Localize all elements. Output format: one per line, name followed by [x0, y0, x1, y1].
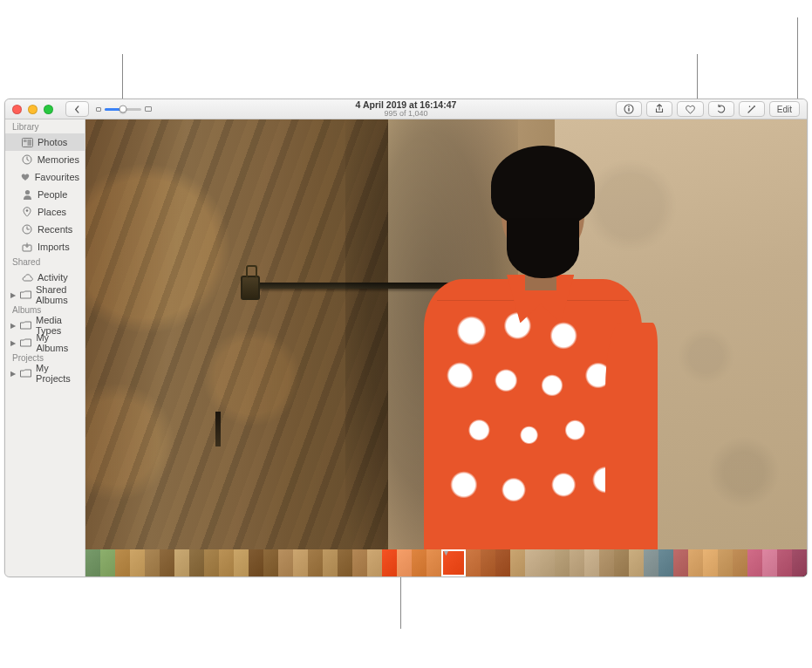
info-button[interactable] — [616, 101, 642, 117]
fullscreen-window-button[interactable] — [44, 105, 53, 114]
filmstrip-thumb[interactable] — [673, 549, 688, 576]
filmstrip-thumb[interactable] — [367, 549, 382, 576]
filmstrip-thumb[interactable] — [189, 549, 204, 576]
photo-counter: 995 of 1,040 — [356, 110, 457, 118]
filmstrip-thumb[interactable] — [481, 549, 495, 576]
filmstrip-thumb[interactable] — [510, 549, 525, 576]
filmstrip-thumb[interactable] — [352, 549, 367, 576]
sidebar: Library Photos Memories Favourites Peopl… — [5, 119, 85, 576]
auto-enhance-button[interactable] — [739, 101, 765, 117]
svg-rect-5 — [27, 140, 31, 146]
sidebar-item-label: Shared Albums — [36, 284, 79, 305]
edit-button[interactable]: Edit — [769, 101, 800, 117]
filmstrip-thumb[interactable] — [629, 549, 644, 576]
sidebar-item-photos[interactable]: Photos — [5, 133, 85, 151]
filmstrip-thumb[interactable] — [115, 549, 130, 576]
filmstrip-thumb[interactable] — [160, 549, 174, 576]
sidebar-item-my-projects[interactable]: ▶ My Projects — [5, 365, 85, 382]
sidebar-item-places[interactable]: Places — [5, 203, 85, 221]
cloud-icon — [21, 271, 33, 283]
photo-viewer[interactable] — [85, 119, 807, 549]
filmstrip-thumb[interactable] — [792, 549, 807, 576]
filmstrip-thumb[interactable] — [263, 549, 278, 576]
filmstrip-thumb[interactable] — [703, 549, 718, 576]
sidebar-item-recents[interactable]: Recents — [5, 221, 85, 238]
filmstrip-thumb[interactable] — [338, 549, 352, 576]
filmstrip-thumb[interactable] — [658, 549, 673, 576]
filmstrip-thumb[interactable] — [397, 549, 412, 576]
filmstrip-thumb[interactable] — [145, 549, 160, 576]
filmstrip-thumb[interactable] — [555, 549, 570, 576]
filmstrip-thumb[interactable] — [599, 549, 614, 576]
filmstrip-thumb[interactable] — [382, 549, 397, 576]
filmstrip-thumb[interactable] — [412, 549, 426, 576]
sidebar-item-label: Favourites — [35, 172, 79, 182]
filmstrip-thumb[interactable] — [426, 549, 441, 576]
sidebar-item-imports[interactable]: Imports — [5, 238, 85, 256]
titlebar: 4 April 2019 at 16:14:47 995 of 1,040 Ed… — [5, 99, 807, 119]
filmstrip-thumb[interactable] — [584, 549, 599, 576]
svg-rect-4 — [24, 140, 27, 142]
sidebar-item-people[interactable]: People — [5, 186, 85, 203]
sidebar-item-label: People — [38, 189, 67, 200]
back-button[interactable] — [65, 101, 89, 117]
places-icon — [21, 206, 33, 218]
disclosure-triangle-icon[interactable]: ▶ — [10, 291, 16, 299]
callout-line — [400, 576, 401, 629]
minimize-window-button[interactable] — [28, 105, 38, 114]
sidebar-item-activity[interactable]: Activity — [5, 269, 85, 286]
filmstrip-thumb[interactable] — [174, 549, 189, 576]
svg-point-1 — [628, 106, 630, 108]
filmstrip-thumb[interactable] — [495, 549, 510, 576]
disclosure-triangle-icon[interactable]: ▶ — [10, 339, 16, 347]
photo-date-title: 4 April 2019 at 16:14:47 — [356, 100, 457, 110]
share-button[interactable] — [646, 101, 672, 117]
filmstrip-thumb[interactable] — [323, 549, 338, 576]
disclosure-triangle-icon[interactable]: ▶ — [10, 370, 16, 378]
sidebar-item-shared-albums[interactable]: ▶ Shared Albums — [5, 286, 85, 303]
filmstrip-thumb[interactable] — [688, 549, 703, 576]
filmstrip-thumb[interactable] — [249, 549, 263, 576]
filmstrip-thumb[interactable] — [570, 549, 584, 576]
close-window-button[interactable] — [12, 105, 22, 114]
filmstrip-thumb[interactable] — [733, 549, 747, 576]
filmstrip-thumb[interactable] — [278, 549, 293, 576]
filmstrip-thumb[interactable] — [219, 549, 234, 576]
filmstrip-thumb[interactable] — [100, 549, 115, 576]
main-content: ▼ — [85, 119, 807, 576]
filmstrip-thumb[interactable] — [204, 549, 219, 576]
folder-icon — [20, 319, 31, 331]
filmstrip-thumb[interactable] — [644, 549, 658, 576]
sidebar-item-label: Imports — [38, 242, 70, 252]
sidebar-item-my-albums[interactable]: ▶ My Albums — [5, 334, 85, 351]
svg-rect-2 — [628, 108, 629, 112]
filmstrip-thumb[interactable] — [777, 549, 792, 576]
title-area: 4 April 2019 at 16:14:47 995 of 1,040 — [356, 100, 457, 118]
filmstrip-thumb[interactable] — [614, 549, 629, 576]
thumbnail-filmstrip[interactable]: ▼ — [85, 549, 807, 576]
filmstrip-thumb[interactable] — [762, 549, 777, 576]
sidebar-item-label: Places — [38, 207, 66, 217]
filmstrip-thumb[interactable] — [466, 549, 481, 576]
favourite-button[interactable] — [677, 101, 704, 117]
sidebar-item-label: Recents — [38, 224, 72, 235]
filmstrip-thumb[interactable] — [234, 549, 249, 576]
filmstrip-thumb[interactable] — [747, 549, 762, 576]
sidebar-item-memories[interactable]: Memories — [5, 151, 85, 168]
filmstrip-thumb[interactable] — [308, 549, 323, 576]
filmstrip-thumb[interactable] — [85, 549, 100, 576]
filmstrip-thumb[interactable] — [525, 549, 540, 576]
rotate-button[interactable] — [708, 101, 734, 117]
callout-line — [797, 17, 798, 99]
folder-icon — [20, 367, 31, 379]
sidebar-item-label: My Albums — [36, 332, 79, 353]
sidebar-item-favourites[interactable]: Favourites — [5, 168, 85, 186]
filmstrip-thumb[interactable] — [718, 549, 733, 576]
filmstrip-thumb[interactable] — [293, 549, 308, 576]
person-icon — [21, 188, 33, 201]
zoom-slider[interactable] — [96, 106, 152, 112]
filmstrip-thumb[interactable] — [540, 549, 555, 576]
disclosure-triangle-icon[interactable]: ▶ — [10, 322, 16, 330]
sidebar-item-media-types[interactable]: ▶ Media Types — [5, 317, 85, 334]
filmstrip-thumb[interactable] — [130, 549, 145, 576]
